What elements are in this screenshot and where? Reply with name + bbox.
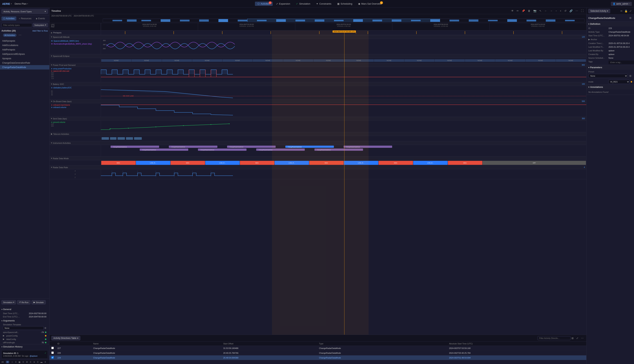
tags-input[interactable]: [608, 60, 634, 64]
sent-data-expand[interactable]: ▾: [51, 117, 52, 120]
checkbox-2[interactable]: [51, 352, 54, 354]
col-start-offset[interactable]: Start Offset: [221, 342, 317, 346]
telecom-expand[interactable]: ▶: [51, 133, 52, 135]
general-section-header[interactable]: ▾ General: [0, 307, 49, 312]
col-name[interactable]: Name: [91, 342, 221, 346]
arg-powerconfig-expand-icon[interactable]: ▶: [3, 334, 4, 337]
table-row-selected[interactable]: 229 ChangeRadarDataMode 25:48:54.694368 …: [50, 356, 586, 360]
preset-select[interactable]: None: [588, 74, 628, 78]
zoom-out-icon[interactable]: −: [554, 9, 558, 13]
spacecraft-altitude-header[interactable]: ▾ Spacecraft Altitude 120: [50, 35, 586, 39]
tab-events[interactable]: ◈ Events: [34, 16, 47, 20]
eye-icon[interactable]: 👁: [510, 9, 514, 13]
telecom-header[interactable]: ▶ Telecom Activities: [50, 132, 586, 136]
activity-item-addspacecrafteclipses[interactable]: AddSpacecraftEclipses: [0, 52, 49, 56]
all-activities-filter[interactable]: All Activities: [3, 34, 16, 37]
activity-item-changeradardatamode[interactable]: ChangeRadarDataMode: [0, 65, 49, 70]
radar-mode-expand[interactable]: ▾: [51, 157, 52, 160]
arg-powerconfig[interactable]: ▶ powerConfig: [0, 334, 49, 338]
sim-history-header[interactable]: ▾ Simulation History: [0, 344, 49, 349]
activity-settings-icon[interactable]: ⚙: [629, 16, 632, 20]
simulation-dropdown[interactable]: Simulation ▾: [2, 300, 16, 304]
filter-activity-types-input[interactable]: [2, 23, 32, 27]
row-checkbox-2[interactable]: [50, 350, 56, 356]
power-prod-expand[interactable]: ▾: [51, 64, 52, 66]
checkbox-3[interactable]: [51, 356, 54, 359]
row-checkbox-1[interactable]: [50, 346, 56, 350]
reset-zoom-icon[interactable]: ↺: [564, 9, 568, 13]
pan-right-icon[interactable]: →: [549, 9, 554, 13]
arg-dataconfig[interactable]: ▶ dataConfig: [0, 338, 49, 341]
zoom-in-icon[interactable]: +: [559, 9, 562, 13]
battery-soc-expand[interactable]: ▾: [51, 83, 52, 85]
tab-resources[interactable]: ≈ Resources: [17, 16, 33, 20]
table-row[interactable]: 227 ChangeRadarDataMode 31:53:59.160486 …: [50, 346, 586, 350]
more-options-icon[interactable]: ⋯: [574, 9, 579, 13]
subsystem-dropdown[interactable]: Subsystem ▾: [33, 23, 48, 27]
sent-data-header[interactable]: ▾ Sent Data (bps) 350: [50, 117, 586, 120]
activity-item-addperiapsis[interactable]: AddPeriapsis: [0, 48, 49, 52]
table-more-icon[interactable]: ⋯: [580, 336, 584, 340]
spacecraft-altitude-expand[interactable]: ▾: [51, 36, 52, 38]
activities-list-options[interactable]: ⋯: [18, 33, 22, 36]
filter-directives-input[interactable]: [538, 336, 570, 340]
activity-item-addapoapsis[interactable]: AddApoapsis: [0, 39, 49, 43]
delete-icon[interactable]: 🗑: [527, 9, 531, 13]
spacecraft-eclipse-expand[interactable]: ▾: [51, 55, 52, 57]
definition-section-header[interactable]: ▾ Definition: [586, 22, 634, 26]
instrument-expand[interactable]: ▾: [51, 142, 52, 144]
col-abs-start[interactable]: Absolute Start Time (UTC): [447, 342, 586, 346]
expand-table-icon[interactable]: ⤢: [575, 336, 579, 340]
anchor-row[interactable]: ▶ Anchor: [586, 38, 634, 42]
cursor-tool-icon[interactable]: ↖: [538, 9, 542, 13]
onboard-data-header[interactable]: ▾ On-Board Data (bps) 500: [50, 100, 586, 103]
annotations-section-header[interactable]: ▾ Annotations: [586, 85, 634, 90]
battery-soc-header[interactable]: ▾ Battery SOC 100: [50, 82, 586, 86]
parameters-section-header[interactable]: ▾ Parameters: [586, 65, 634, 70]
simulate-button[interactable]: ▶ Simulate: [32, 300, 46, 304]
activity-item-addoccultations[interactable]: AddOccultations: [0, 43, 49, 48]
checkbox-1[interactable]: [51, 347, 54, 349]
nav-activities[interactable]: ⬡ Activities 0: [255, 2, 272, 6]
spacecraft-eclipse-header[interactable]: ▾ Spacecraft Eclipse: [50, 54, 586, 58]
preset-gear-icon[interactable]: ⚙: [629, 74, 632, 78]
nav-mars-overview[interactable]: ◉ Mars Sat Overview 2: [356, 2, 384, 6]
sim-template-gear-icon[interactable]: ⚙: [44, 327, 46, 329]
radar-mode-header[interactable]: ▾ Radar Data Mode: [50, 156, 586, 160]
nav-constraints[interactable]: ✦ Constraints: [314, 2, 334, 6]
nav-scheduling[interactable]: ▦ Scheduling: [335, 2, 355, 6]
col-id[interactable]: ID: [56, 342, 91, 346]
col-type[interactable]: Type: [317, 342, 447, 346]
lock-icon[interactable]: 🔒: [624, 9, 628, 13]
periapsis-expand[interactable]: ▶: [51, 32, 52, 34]
activity-item-apoapsis[interactable]: Apoapsis: [0, 56, 49, 61]
link-icon[interactable]: 🔗: [568, 9, 574, 13]
arg-dataconfig-expand-icon[interactable]: ▶: [3, 338, 4, 340]
pencil-edit-icon[interactable]: ✏: [620, 9, 623, 13]
expand-timeline-icon[interactable]: ⛶: [580, 9, 584, 13]
type-filter-dropdown[interactable]: Activity, Resource, Event Types ▾: [2, 9, 48, 14]
onboard-expand[interactable]: ▾: [51, 100, 52, 102]
table-row[interactable]: 228 ChangeRadarDataMode 20:40:25.784766 …: [50, 350, 586, 356]
add-column-icon[interactable]: ⊞: [570, 336, 574, 340]
sim-template-value[interactable]: None: [3, 326, 44, 330]
camera-icon[interactable]: 📷: [532, 9, 537, 13]
edit-icon[interactable]: ✏: [516, 9, 520, 13]
user-menu[interactable]: 👤 aerie_admin ▾: [611, 2, 632, 6]
add-filter-button[interactable]: Add Filter to Row: [32, 30, 48, 32]
power-prod-header[interactable]: ▾ Power Prod and Demand 800: [50, 63, 586, 67]
arguments-section-header[interactable]: ▾ Arguments: [0, 318, 49, 323]
row-checkbox-3[interactable]: [50, 356, 56, 360]
activity-item-changedatagenerationrate[interactable]: ChangeDataGenerationRate: [0, 61, 49, 65]
expand-right-icon[interactable]: ⤢: [629, 9, 632, 13]
pin-icon[interactable]: 📌: [521, 9, 526, 13]
status-all-filter[interactable]: 0: [6, 361, 9, 363]
plan-name[interactable]: Demo Plan ▾: [15, 2, 28, 5]
radar-rate-header[interactable]: ▾ Radar Data Rate 4: [50, 166, 586, 169]
table-title-dropdown[interactable]: Activity Directives Table ▾: [51, 336, 80, 340]
nav-simulation[interactable]: ✓ Simulation: [294, 2, 313, 6]
selected-activity-dropdown[interactable]: Selected Activity ▾: [588, 9, 610, 13]
mode-select[interactable]: HI_RES MED LOW: [608, 80, 630, 84]
instrument-header[interactable]: ▾ Instrument Activities: [50, 141, 586, 145]
tab-activities[interactable]: ⬡ Activities: [2, 16, 16, 20]
